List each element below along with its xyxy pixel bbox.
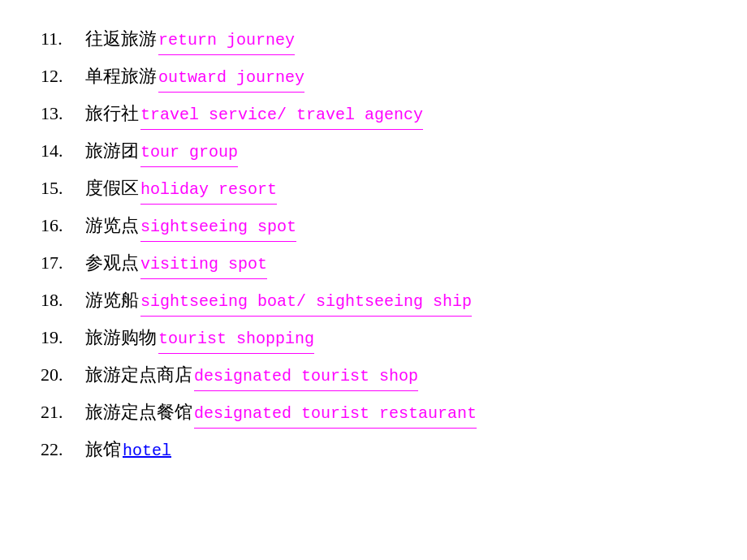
item-number: 18. [41, 286, 85, 314]
item-english: designated tourist restaurant [194, 401, 477, 429]
item-english: designated tourist shop [194, 364, 418, 391]
item-chinese: 参观点 [85, 248, 139, 277]
list-item: 22.旅馆hotel [41, 435, 706, 464]
item-number: 17. [41, 248, 85, 277]
item-chinese: 游览船 [85, 286, 139, 314]
item-english: visiting spot [140, 252, 267, 279]
item-number: 19. [41, 323, 85, 351]
item-number: 13. [41, 99, 85, 127]
list-item: 14.旅游团tour group [41, 136, 706, 167]
list-item: 16.游览点sightseeing spot [41, 211, 706, 242]
item-chinese: 旅行社 [85, 99, 139, 127]
item-number: 15. [41, 174, 85, 202]
list-item: 19.旅游购物tourist shopping [41, 323, 706, 354]
item-number: 14. [41, 136, 85, 165]
item-chinese: 往返旅游 [85, 24, 157, 53]
item-number: 22. [41, 435, 85, 463]
item-chinese: 旅馆 [85, 435, 121, 463]
item-number: 16. [41, 211, 85, 239]
item-english: tour group [140, 140, 238, 167]
item-chinese: 旅游购物 [85, 323, 157, 351]
item-chinese: 度假区 [85, 174, 139, 202]
item-chinese: 旅游定点餐馆 [85, 398, 192, 426]
item-chinese: 游览点 [85, 211, 139, 239]
item-number: 20. [41, 360, 85, 389]
item-english: tourist shopping [158, 326, 314, 354]
item-english: outward journey [158, 65, 304, 93]
list-item: 11.往返旅游return journey [41, 24, 706, 55]
item-english: travel service/ travel agency [140, 102, 423, 130]
item-number: 11. [41, 24, 85, 53]
list-item: 21.旅游定点餐馆designated tourist restaurant [41, 398, 706, 429]
item-english: sightseeing boat/ sightseeing ship [140, 289, 472, 317]
list-item: 12.单程旅游outward journey [41, 62, 706, 93]
list-item: 15.度假区holiday resort [41, 174, 706, 205]
item-chinese: 旅游定点商店 [85, 360, 192, 389]
list-item: 17.参观点visiting spot [41, 248, 706, 279]
list-item: 13.旅行社travel service/ travel agency [41, 99, 706, 130]
item-number: 21. [41, 398, 85, 426]
item-chinese: 单程旅游 [85, 62, 157, 90]
item-english[interactable]: hotel [123, 438, 171, 464]
item-english: holiday resort [140, 177, 277, 205]
main-content: 11.往返旅游return journey12.单程旅游outward jour… [0, 0, 747, 495]
item-english: return journey [158, 28, 295, 55]
item-chinese: 旅游团 [85, 136, 139, 165]
item-english: sightseeing spot [140, 214, 296, 242]
list-item: 18.游览船sightseeing boat/ sightseeing ship [41, 286, 706, 317]
list-item: 20.旅游定点商店designated tourist shop [41, 360, 706, 391]
item-number: 12. [41, 62, 85, 90]
